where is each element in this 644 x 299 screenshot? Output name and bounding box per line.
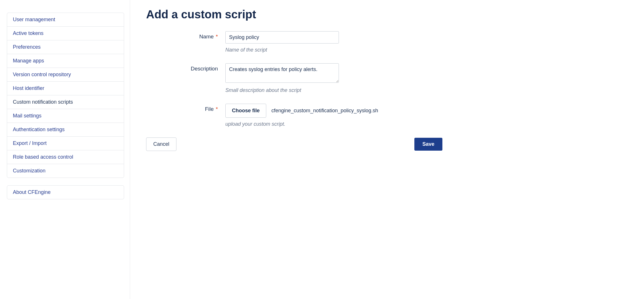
settings-nav-list: User management Active tokens Preference… (7, 13, 124, 178)
description-label-text: Description (191, 66, 218, 72)
name-help-text: Name of the script (225, 47, 442, 53)
form-row-file: File * Choose file cfengine_custom_notif… (146, 104, 442, 127)
description-input[interactable] (225, 63, 339, 83)
save-button[interactable]: Save (414, 138, 442, 151)
form-row-description: Description Small description about the … (146, 63, 442, 93)
sidebar-item-active-tokens[interactable]: Active tokens (7, 27, 124, 40)
required-marker: * (216, 106, 218, 112)
file-help-text: upload your custom script. (225, 121, 442, 127)
sidebar-item-version-control-repository[interactable]: Version control repository (7, 68, 124, 82)
choose-file-button[interactable]: Choose file (225, 104, 266, 118)
description-label: Description (146, 63, 225, 72)
form-buttons: Cancel Save (146, 137, 442, 151)
selected-file-name: cfengine_custom_notification_policy_sysl… (271, 108, 378, 114)
main-content: Add a custom script Name * Name of the s… (130, 0, 644, 299)
name-label-text: Name (199, 34, 214, 40)
sidebar-item-custom-notification-scripts[interactable]: Custom notification scripts (7, 95, 124, 109)
sidebar-item-manage-apps[interactable]: Manage apps (7, 54, 124, 68)
form-row-name: Name * Name of the script (146, 31, 442, 53)
sidebar-item-host-identifier[interactable]: Host identifier (7, 82, 124, 95)
sidebar-item-user-management[interactable]: User management (7, 13, 124, 27)
sidebar-item-export-import[interactable]: Export / Import (7, 137, 124, 150)
name-input[interactable] (225, 31, 339, 44)
sidebar-item-mail-settings[interactable]: Mail settings (7, 109, 124, 123)
file-label: File * (146, 104, 225, 112)
sidebar-item-authentication-settings[interactable]: Authentication settings (7, 123, 124, 137)
page-title: Add a custom script (146, 8, 442, 21)
cancel-button[interactable]: Cancel (146, 137, 176, 151)
sidebar-item-preferences[interactable]: Preferences (7, 40, 124, 54)
required-marker: * (216, 34, 218, 40)
file-label-text: File (205, 106, 214, 112)
about-cfengine-link[interactable]: About CFEngine (7, 185, 124, 199)
description-help-text: Small description about the script (225, 87, 442, 93)
custom-script-form: Name * Name of the script Description Sm… (146, 31, 442, 151)
name-label: Name * (146, 31, 225, 40)
sidebar-item-role-based-access-control[interactable]: Role based access control (7, 150, 124, 164)
sidebar-item-customization[interactable]: Customization (7, 164, 124, 178)
sidebar: User management Active tokens Preference… (0, 0, 130, 299)
